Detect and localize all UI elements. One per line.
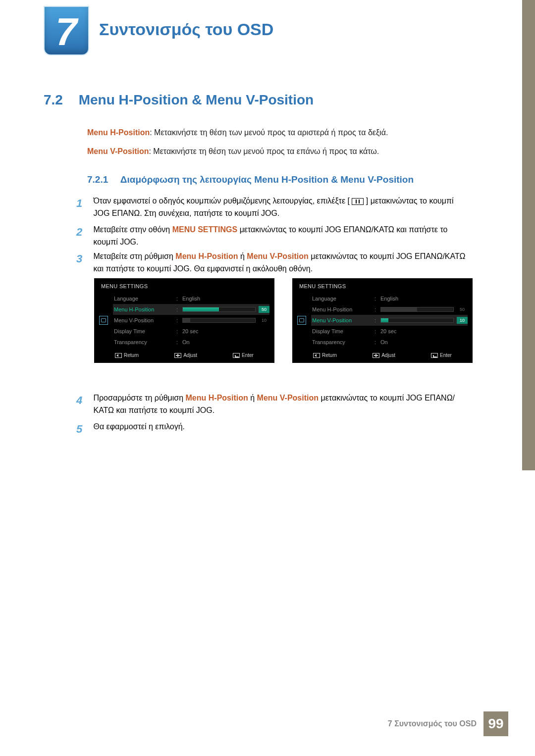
- subsection-heading: 7.2.1 Διαμόρφωση της λειτουργίας Menu H-…: [87, 174, 414, 185]
- enter-icon: [431, 353, 438, 358]
- slider-hpos: 50: [380, 306, 468, 313]
- step-text: Προσαρμόστε τη ρύθμιση Menu H-Position ή…: [93, 392, 470, 417]
- step-text: Όταν εμφανιστεί ο οδηγός κουμπιών ρυθμιζ…: [93, 195, 470, 220]
- page-number: 99: [483, 711, 508, 736]
- menu-icon: [352, 198, 364, 205]
- v-text: : Μετακινήστε τη θέση των μενού προς τα …: [149, 147, 379, 155]
- step-text: Θα εφαρμοστεί η επιλογή.: [93, 421, 470, 433]
- step-1: 1 Όταν εμφανιστεί ο οδηγός κουμπιών ρυθμ…: [76, 195, 473, 220]
- osd-row-vposition: Menu V-Position : 10: [113, 315, 269, 326]
- step-number: 4: [76, 392, 91, 409]
- osd-category-icon-col: [292, 293, 311, 348]
- slider-vpos: 10: [380, 317, 468, 324]
- step-4: 4 Προσαρμόστε τη ρύθμιση Menu H-Position…: [76, 392, 473, 417]
- osd-row-displaytime: Display Time : 20 sec: [311, 326, 468, 337]
- osd-title: MENU SETTINGS: [292, 278, 473, 293]
- subsection-number: 7.2.1: [87, 174, 108, 185]
- osd-footer: Return Adjust Enter: [292, 348, 473, 360]
- v-label: Menu V-Position: [87, 147, 149, 155]
- slider-hpos: 50: [182, 306, 269, 313]
- step-text: Μεταβείτε στην οθόνη MENU SETTINGS μετακ…: [93, 224, 470, 249]
- description-h: Menu H-Position: Μετακινήστε τη θέση των…: [87, 127, 474, 139]
- osd-row-transparency: Transparency : On: [311, 337, 468, 348]
- section-title: Menu H-Position & Menu V-Position: [79, 92, 314, 107]
- osd-row-vposition: Menu V-Position : 10: [311, 315, 468, 326]
- osd-row-hposition: Menu H-Position : 50: [311, 304, 468, 315]
- step-number: 5: [76, 421, 91, 438]
- osd-title: MENU SETTINGS: [94, 278, 274, 293]
- osd-row-transparency: Transparency : On: [113, 337, 269, 348]
- step-text: Μεταβείτε στη ρύθμιση Menu H-Position ή …: [93, 251, 470, 275]
- osd-row-language: Language : English: [311, 293, 468, 304]
- subsection-title: Διαμόρφωση της λειτουργίας Menu H-Positi…: [120, 174, 414, 185]
- adjust-icon: [174, 353, 181, 358]
- chapter-number-badge: 7: [44, 6, 89, 55]
- osd-panel-v: MENU SETTINGS Language : English Menu H-…: [292, 278, 473, 363]
- osd-row-language: Language : English: [113, 293, 269, 304]
- step-2: 2 Μεταβείτε στην οθόνη MENU SETTINGS μετ…: [76, 224, 473, 249]
- section-number: 7.2: [44, 92, 63, 107]
- return-icon: [115, 353, 122, 358]
- step-number: 3: [76, 251, 91, 267]
- osd-category-icon-col: [94, 293, 113, 348]
- h-text: : Μετακινήστε τη θέση των μενού προς τα …: [150, 128, 388, 137]
- osd-footer: Return Adjust Enter: [94, 348, 274, 360]
- return-icon: [313, 353, 320, 358]
- display-icon: [99, 316, 108, 325]
- side-stripe: [522, 0, 535, 470]
- page-footer: 7 Συντονισμός του OSD 99: [388, 711, 508, 736]
- chapter-title: Συντονισμός του OSD: [99, 20, 273, 39]
- osd-panel-h: MENU SETTINGS Language : English Menu H-…: [94, 278, 274, 363]
- step-5: 5 Θα εφαρμοστεί η επιλογή.: [76, 421, 473, 438]
- osd-row-displaytime: Display Time : 20 sec: [113, 326, 269, 337]
- footer-chapter-text: 7 Συντονισμός του OSD: [388, 719, 477, 728]
- osd-row-hposition: Menu H-Position : 50: [113, 304, 269, 315]
- h-label: Menu H-Position: [87, 128, 150, 137]
- step-3: 3 Μεταβείτε στη ρύθμιση Menu H-Position …: [76, 251, 473, 275]
- slider-vpos: 10: [182, 317, 269, 324]
- display-icon: [297, 316, 306, 325]
- osd-screenshots: MENU SETTINGS Language : English Menu H-…: [94, 278, 473, 363]
- step-number: 1: [76, 195, 91, 212]
- adjust-icon: [373, 353, 379, 358]
- description-v: Menu V-Position: Μετακινήστε τη θέση των…: [87, 146, 474, 158]
- enter-icon: [233, 353, 240, 358]
- step-number: 2: [76, 224, 91, 241]
- section-heading: 7.2 Menu H-Position & Menu V-Position: [44, 92, 314, 108]
